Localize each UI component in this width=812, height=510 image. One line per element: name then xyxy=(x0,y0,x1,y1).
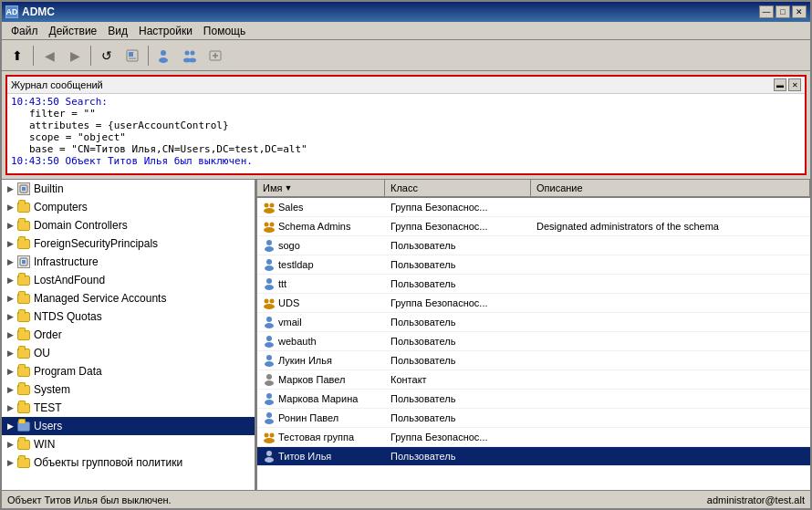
list-row[interactable]: webauth Пользователь xyxy=(257,332,810,351)
tree-item-order[interactable]: ▶ Order xyxy=(2,326,255,344)
maximize-button[interactable]: □ xyxy=(776,5,790,18)
tree-toggle-users[interactable]: ▶ xyxy=(4,420,16,432)
menu-view[interactable]: Вид xyxy=(102,23,133,39)
list-row[interactable]: Лукин Илья Пользователь xyxy=(257,351,810,370)
svg-point-21 xyxy=(264,227,275,233)
list-row-selected[interactable]: Титов Илья Пользователь xyxy=(257,447,810,466)
group-icon xyxy=(263,201,276,213)
svg-point-6 xyxy=(191,50,195,55)
tree-item-computers[interactable]: ▶ Computers xyxy=(2,198,255,216)
tree-item-gpo[interactable]: ▶ Объекты групповой политики xyxy=(2,453,255,472)
tree-label-test: TEST xyxy=(34,401,62,414)
tree-label-builtin: Builtin xyxy=(34,182,64,195)
menu-action[interactable]: Действие xyxy=(44,23,103,39)
svg-point-37 xyxy=(266,374,272,380)
window-controls: — □ ✕ xyxy=(759,5,807,18)
tree-item-fsp[interactable]: ▶ ForeignSecurityPrincipals xyxy=(2,234,255,253)
tree-item-domain-controllers[interactable]: ▶ Domain Controllers xyxy=(2,216,255,234)
svg-point-17 xyxy=(270,203,275,208)
refresh-button[interactable]: ↺ xyxy=(95,44,119,68)
toolbar-sep-1 xyxy=(33,46,34,66)
main-window: AD ADMC — □ ✕ Файл Действие Вид Настройк… xyxy=(0,0,812,510)
svg-point-34 xyxy=(265,342,274,348)
tree-toggle-builtin[interactable]: ▶ xyxy=(4,182,16,195)
tree-item-builtin[interactable]: ▶ Builtin xyxy=(2,180,255,198)
list-row[interactable]: sogo Пользователь xyxy=(257,236,810,255)
tree-item-system[interactable]: ▶ System xyxy=(2,380,255,399)
tree-label-dc: Domain Controllers xyxy=(34,219,128,232)
menu-settings[interactable]: Настройки xyxy=(133,23,198,39)
up-button[interactable]: ⬆ xyxy=(5,44,29,68)
group-icon xyxy=(263,297,276,309)
list-row[interactable]: ttt Пользователь xyxy=(257,275,810,294)
tree-toggle-system[interactable]: ▶ xyxy=(4,383,16,396)
list-row[interactable]: Ронин Павел Пользователь xyxy=(257,409,810,428)
tree-item-ntds[interactable]: ▶ NTDS Quotas xyxy=(2,307,255,326)
svg-point-19 xyxy=(265,223,269,227)
list-row[interactable]: vmail Пользователь xyxy=(257,313,810,332)
tree-item-win[interactable]: ▶ WIN xyxy=(2,435,255,453)
svg-point-44 xyxy=(270,433,275,438)
col-header-class[interactable]: Класс xyxy=(385,180,531,196)
tree-label-win: WIN xyxy=(34,438,55,451)
svg-point-47 xyxy=(265,457,274,463)
svg-point-16 xyxy=(265,203,269,208)
ou-folder-icon xyxy=(16,346,31,360)
minimize-button[interactable]: — xyxy=(759,5,774,18)
system-folder-icon xyxy=(16,382,31,397)
list-row[interactable]: Тестовая группа Группа Безопаснос... xyxy=(257,428,810,447)
tree-toggle-infra[interactable]: ▶ xyxy=(4,255,16,268)
log-line-2: attributes = {userAccountControl} xyxy=(11,120,801,131)
tree-toggle-dc[interactable]: ▶ xyxy=(4,219,16,232)
back-button[interactable]: ◀ xyxy=(37,44,61,68)
col-header-name[interactable]: Имя ▼ xyxy=(257,180,385,196)
user-icon xyxy=(263,392,276,405)
laf-folder-icon xyxy=(16,273,31,287)
list-row[interactable]: testldap Пользователь xyxy=(257,255,810,275)
log-minimize-btn[interactable]: ▬ xyxy=(774,78,786,91)
tree-toggle-test[interactable]: ▶ xyxy=(4,401,16,414)
log-close-btn[interactable]: ✕ xyxy=(788,78,801,91)
tree-item-lostfound[interactable]: ▶ LostAndFound xyxy=(2,271,255,289)
tree-item-infrastructure[interactable]: ▶ Infrastructure xyxy=(2,253,255,271)
tree-toggle-laf[interactable]: ▶ xyxy=(4,274,16,286)
tree-toggle-order[interactable]: ▶ xyxy=(4,328,16,341)
user-icon xyxy=(263,354,276,367)
tree-toggle-ntds[interactable]: ▶ xyxy=(4,310,16,323)
tree-toggle-fsp[interactable]: ▶ xyxy=(4,237,16,250)
title-bar-left: AD ADMC xyxy=(5,5,55,18)
tree-item-ou[interactable]: ▶ OU xyxy=(2,344,255,362)
tree-toggle-ou[interactable]: ▶ xyxy=(4,347,16,359)
close-button[interactable]: ✕ xyxy=(792,5,807,18)
tree-toggle-win[interactable]: ▶ xyxy=(4,438,16,451)
log-line-5: 10:43:50 Объект Титов Илья был выключен. xyxy=(11,155,801,167)
gpo-folder-icon xyxy=(16,455,31,470)
list-row[interactable]: Sales Группа Безопаснос... xyxy=(257,198,810,217)
log-header: Журнал сообщений ▬ ✕ xyxy=(7,77,805,94)
menu-file[interactable]: Файл xyxy=(5,23,44,39)
list-row[interactable]: UDS Группа Безопаснос... xyxy=(257,294,810,313)
tree-toggle-gpo[interactable]: ▶ xyxy=(4,456,16,469)
tree-item-test[interactable]: ▶ TEST xyxy=(2,399,255,417)
tree-toggle-computers[interactable]: ▶ xyxy=(4,201,16,213)
log-content: 10:43:50 Search: filter = "" attributes … xyxy=(7,94,805,173)
menu-help[interactable]: Помощь xyxy=(198,23,251,39)
new-object-button[interactable] xyxy=(203,44,227,68)
forward-button[interactable]: ▶ xyxy=(63,44,87,68)
new-group-button[interactable] xyxy=(178,44,202,68)
tree-toggle-msa[interactable]: ▶ xyxy=(4,292,16,305)
tree-item-msa[interactable]: ▶ Managed Service Accounts xyxy=(2,289,255,307)
new-user-button[interactable] xyxy=(152,44,176,68)
tree-label-ou: OU xyxy=(34,347,50,359)
tree-item-programdata[interactable]: ▶ Program Data xyxy=(2,362,255,380)
list-row[interactable]: Schema Admins Группа Безопаснос... Desig… xyxy=(257,217,810,236)
list-row[interactable]: Марков Павел Контакт xyxy=(257,370,810,390)
col-header-desc[interactable]: Описание xyxy=(531,180,810,196)
tree-label-order: Order xyxy=(34,328,62,341)
tree-item-users[interactable]: ▶ Users xyxy=(2,417,255,435)
svg-point-26 xyxy=(266,278,272,284)
properties-button[interactable] xyxy=(120,44,144,68)
tree-toggle-pd[interactable]: ▶ xyxy=(4,365,16,378)
svg-point-24 xyxy=(266,259,272,265)
list-row[interactable]: Маркова Марина Пользователь xyxy=(257,390,810,409)
